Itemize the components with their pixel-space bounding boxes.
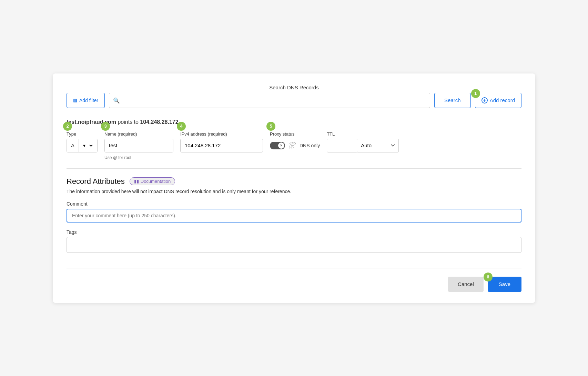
search-input-wrap: 🔍 — [109, 93, 430, 108]
type-select-wrap: A ▾ — [67, 139, 98, 152]
ttl-select[interactable]: Auto 1 min 5 min 10 min 1 hour — [357, 139, 399, 152]
search-button[interactable]: Search — [434, 93, 471, 108]
type-value-display: A — [67, 139, 79, 152]
save-label: Save — [499, 281, 510, 287]
form-row: 2 Type A ▾ 3 Name (required) Use @ for r… — [67, 131, 521, 160]
type-field-group: 2 Type A ▾ — [67, 131, 98, 152]
add-filter-label: Add filter — [79, 98, 98, 103]
section-title: Record Attributes — [67, 177, 125, 186]
add-filter-button[interactable]: ▩ Add filter — [67, 93, 105, 108]
name-label: Name (required) — [104, 131, 173, 137]
ipv4-label: IPv4 address (required) — [180, 131, 263, 137]
ttl-field-group: TTL Auto 1 min 5 min 10 min 1 hour — [327, 131, 399, 152]
ttl-input[interactable] — [327, 139, 358, 152]
add-record-label: Add record — [490, 97, 515, 103]
proxy-badge: 5 — [266, 122, 275, 131]
type-select[interactable]: ▾ — [79, 139, 94, 152]
tags-field: Tags — [67, 229, 521, 260]
type-label: Type — [67, 131, 98, 137]
main-card: Search DNS Records ▩ Add filter 🔍 Search… — [53, 73, 535, 303]
toggle-knob: ✕ — [278, 142, 284, 149]
divider-2 — [67, 268, 521, 268]
comment-field: Comment — [67, 201, 521, 229]
dns-ip: 104.248.28.172 — [140, 119, 178, 125]
name-hint: Use @ for root — [104, 155, 173, 160]
save-badge: 6 — [484, 273, 493, 281]
cancel-label: Cancel — [458, 281, 474, 287]
proxy-control: ✕ ⛈ DNS only — [270, 139, 320, 152]
add-record-badge: 1 — [471, 89, 480, 98]
comment-input[interactable] — [67, 209, 521, 222]
doc-label: Documentation — [141, 179, 171, 184]
plus-icon: + — [481, 97, 488, 103]
add-record-button[interactable]: 1 + Add record — [475, 93, 521, 108]
tags-input[interactable] — [67, 237, 521, 253]
type-badge: 2 — [63, 122, 72, 131]
proxy-field-group: 5 Proxy status ✕ ⛈ DNS only — [270, 131, 320, 152]
comment-label: Comment — [67, 201, 521, 207]
search-dns-title: Search DNS Records — [269, 85, 318, 90]
doc-icon: ▮▮ — [134, 179, 139, 184]
actions-row: Cancel 6 Save — [67, 277, 521, 292]
dns-only-text: DNS only — [300, 143, 320, 148]
name-badge: 3 — [101, 122, 110, 131]
documentation-button[interactable]: ▮▮ Documentation — [130, 177, 175, 185]
dns-points-to: points to — [116, 119, 140, 125]
dns-info-line: test.noipfraud.com points to 104.248.28.… — [67, 119, 521, 125]
proxy-toggle[interactable]: ✕ — [270, 142, 285, 149]
section-description: The information provided here will not i… — [67, 189, 521, 194]
cloud-icon: ⛈ — [288, 141, 296, 150]
name-field-group: 3 Name (required) Use @ for root — [104, 131, 173, 160]
save-button[interactable]: 6 Save — [488, 277, 521, 292]
section-header: Record Attributes ▮▮ Documentation — [67, 177, 521, 186]
tags-label: Tags — [67, 229, 521, 235]
toggle-x-icon: ✕ — [280, 144, 283, 147]
record-attributes-section: Record Attributes ▮▮ Documentation The i… — [67, 177, 521, 260]
search-input[interactable] — [109, 93, 430, 108]
search-icon: 🔍 — [113, 97, 120, 103]
name-input[interactable] — [104, 139, 173, 152]
ttl-label: TTL — [327, 131, 399, 137]
ipv4-badge: 4 — [177, 122, 186, 131]
divider-1 — [67, 168, 521, 169]
cancel-button[interactable]: Cancel — [448, 277, 484, 292]
top-bar: ▩ Add filter 🔍 Search 1 + Add record — [67, 93, 521, 108]
ipv4-input[interactable] — [180, 139, 263, 152]
filter-icon: ▩ — [73, 98, 77, 103]
search-button-label: Search — [444, 97, 461, 103]
proxy-label: Proxy status — [270, 131, 320, 137]
ipv4-field-group: 4 IPv4 address (required) — [180, 131, 263, 152]
